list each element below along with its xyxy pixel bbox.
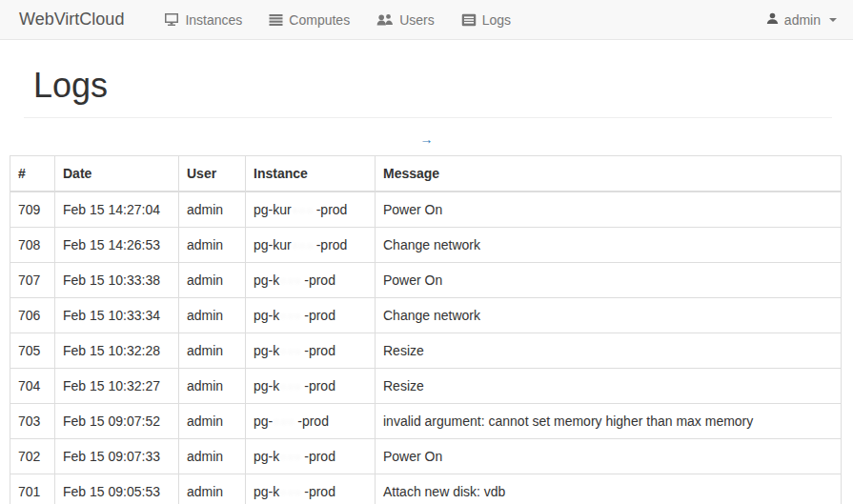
redacted-text: ··· <box>279 447 304 466</box>
log-date: Feb 15 14:27:04 <box>55 192 179 228</box>
log-user: admin <box>179 298 246 333</box>
log-message: Change network <box>376 228 842 263</box>
redacted-text: ··· <box>279 376 304 395</box>
header-instance: Instance <box>246 156 376 192</box>
nav-item-label: Computes <box>289 12 350 28</box>
log-instance: pg-kur···-prod <box>246 228 376 263</box>
redacted-text: ··· <box>273 412 297 431</box>
pagination: → <box>0 131 853 151</box>
table-row: 708 Feb 15 14:26:53 admin pg-kur···-prod… <box>10 228 842 263</box>
log-message: invalid argument: cannot set memory high… <box>376 404 842 439</box>
log-instance: pg-k···-prod <box>246 439 376 474</box>
log-instance: pg-kur···-prod <box>246 192 376 228</box>
log-id: 708 <box>10 228 55 263</box>
log-user: admin <box>179 474 246 504</box>
instances-desktop-icon <box>164 12 179 27</box>
instance-prefix: pg-kur <box>254 237 292 252</box>
main-nav: Instances Computes Users Logs <box>151 12 524 28</box>
instance-suffix: -prod <box>304 272 335 288</box>
instance-suffix: -prod <box>304 308 335 323</box>
page-title: Logs <box>33 66 832 106</box>
table-row: 705 Feb 15 10:32:28 admin pg-k···-prod R… <box>10 333 842 369</box>
instance-prefix: pg-k <box>254 343 279 358</box>
log-date: Feb 15 10:33:34 <box>55 298 179 333</box>
instance-suffix: -prod <box>304 343 335 358</box>
log-date: Feb 15 10:33:38 <box>55 263 179 298</box>
log-instance: pg-k···-prod <box>246 298 376 333</box>
log-date: Feb 15 09:07:33 <box>55 439 179 474</box>
logs-table: # Date User Instance Message 709 Feb 15 … <box>10 155 842 504</box>
log-id: 701 <box>10 474 55 504</box>
instance-prefix: pg-k <box>254 449 279 464</box>
log-instance: pg-k···-prod <box>246 474 376 504</box>
table-row: 706 Feb 15 10:33:34 admin pg-k···-prod C… <box>10 298 842 333</box>
log-user: admin <box>179 333 246 369</box>
logs-table-container: # Date User Instance Message 709 Feb 15 … <box>10 155 842 504</box>
log-date: Feb 15 10:32:28 <box>55 333 179 369</box>
instance-prefix: pg-k <box>254 308 279 323</box>
log-message: Change network <box>376 298 842 333</box>
redacted-text: ··· <box>279 271 304 290</box>
header-num: # <box>10 156 55 192</box>
instance-prefix: pg-k <box>254 272 279 288</box>
instance-prefix: pg-kur <box>254 202 292 217</box>
log-instance: pg-k···-prod <box>246 333 376 369</box>
log-date: Feb 15 09:07:52 <box>55 404 179 439</box>
instance-prefix: pg-k <box>254 484 279 499</box>
log-message: Resize <box>376 333 842 369</box>
nav-item-label: Instances <box>185 12 242 28</box>
user-icon <box>766 12 779 28</box>
table-row: 707 Feb 15 10:33:38 admin pg-k···-prod P… <box>10 263 842 298</box>
log-id: 709 <box>10 192 55 228</box>
page-header: Logs <box>24 66 832 118</box>
log-message: Power On <box>376 263 842 298</box>
log-date: Feb 15 10:32:27 <box>55 369 179 404</box>
log-date: Feb 15 09:05:53 <box>55 474 179 504</box>
nav-item-users[interactable]: Users <box>363 12 448 28</box>
nav-item-computes[interactable]: Computes <box>255 12 363 28</box>
user-dropdown-label: admin <box>784 12 821 28</box>
table-row: 702 Feb 15 09:07:33 admin pg-k···-prod P… <box>10 439 842 474</box>
header-user: User <box>179 156 246 192</box>
instance-suffix: -prod <box>304 378 335 393</box>
redacted-text: ··· <box>279 341 304 360</box>
table-row: 704 Feb 15 10:32:27 admin pg-k···-prod R… <box>10 369 842 404</box>
table-row: 703 Feb 15 09:07:52 admin pg-···-prod in… <box>10 404 842 439</box>
log-id: 702 <box>10 439 55 474</box>
nav-item-label: Logs <box>482 12 511 28</box>
users-group-icon <box>376 13 394 27</box>
log-id: 703 <box>10 404 55 439</box>
instance-suffix: -prod <box>304 449 335 464</box>
redacted-text: ··· <box>292 200 316 219</box>
computes-list-icon <box>269 13 283 27</box>
log-instance: pg-k···-prod <box>246 263 376 298</box>
log-message: Power On <box>376 192 842 228</box>
log-id: 706 <box>10 298 55 333</box>
log-date: Feb 15 14:26:53 <box>55 228 179 263</box>
caret-down-icon <box>829 18 837 22</box>
log-id: 704 <box>10 369 55 404</box>
log-user: admin <box>179 263 246 298</box>
nav-item-instances[interactable]: Instances <box>151 12 255 28</box>
nav-item-logs[interactable]: Logs <box>448 12 524 28</box>
log-message: Attach new disk: vdb <box>376 474 842 504</box>
log-instance: pg-k···-prod <box>246 369 376 404</box>
next-page-link[interactable]: → <box>420 131 434 147</box>
log-id: 707 <box>10 263 55 298</box>
log-user: admin <box>179 369 246 404</box>
user-dropdown[interactable]: admin <box>766 12 839 28</box>
log-message: Power On <box>376 439 842 474</box>
log-user: admin <box>179 404 246 439</box>
redacted-text: ··· <box>279 306 304 325</box>
instance-prefix: pg- <box>254 413 273 429</box>
header-message: Message <box>376 156 842 192</box>
header-date: Date <box>55 156 179 192</box>
instance-suffix: -prod <box>297 413 329 429</box>
logs-list-alt-icon <box>461 13 477 27</box>
instance-prefix: pg-k <box>254 378 279 393</box>
instance-suffix: -prod <box>316 202 348 217</box>
brand-webvirtcloud[interactable]: WebVirtCloud <box>19 10 124 30</box>
log-instance: pg-···-prod <box>246 404 376 439</box>
nav-item-label: Users <box>399 12 435 28</box>
instance-suffix: -prod <box>316 237 348 252</box>
